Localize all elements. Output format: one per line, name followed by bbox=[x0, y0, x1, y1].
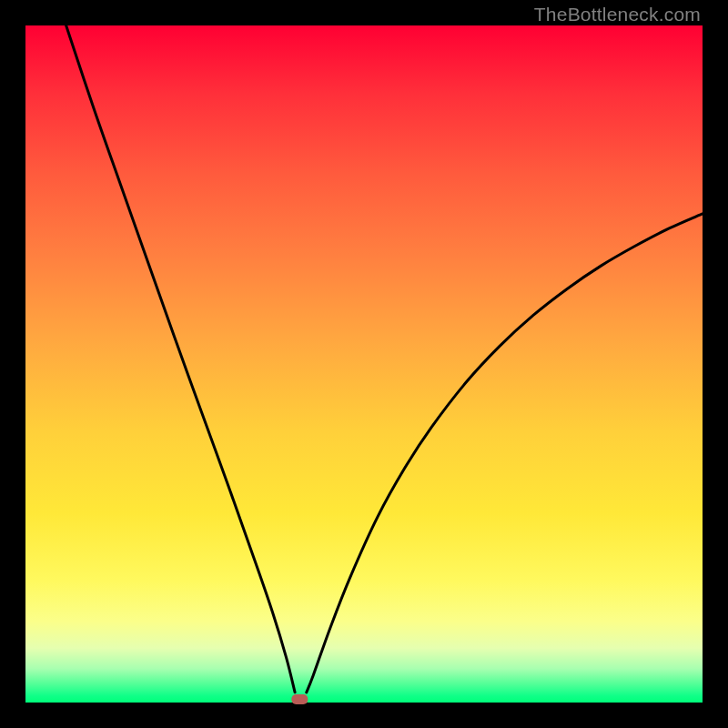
curve-layer bbox=[25, 25, 703, 703]
attribution-text: TheBottleneck.com bbox=[534, 4, 701, 25]
chart-frame: TheBottleneck.com bbox=[0, 0, 728, 728]
curve-right-branch bbox=[307, 214, 703, 693]
curve-left-branch bbox=[66, 25, 295, 693]
plot-area bbox=[25, 25, 703, 703]
minimum-marker bbox=[291, 694, 308, 704]
